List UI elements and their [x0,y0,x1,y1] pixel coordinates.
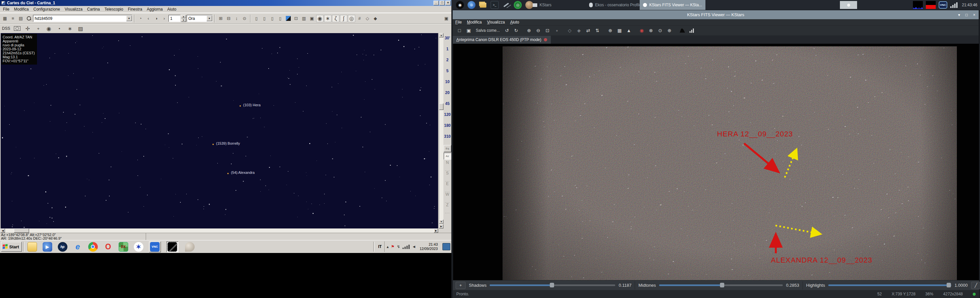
scroll-down-icon[interactable]: ▼ [439,219,444,224]
tab-close-icon[interactable] [544,38,547,42]
close-button[interactable]: × [445,1,451,5]
network-signal-icon[interactable] [402,244,410,249]
signal-bars-icon[interactable] [950,2,958,8]
fov-30m[interactable]: 30' [445,36,450,47]
fov-310[interactable]: 310 [444,134,451,145]
pager-widget[interactable] [840,1,857,9]
close-icon[interactable]: × [973,13,975,17]
kde-clock[interactable]: 21:43:46 [962,3,977,7]
show-nebulae-toggle[interactable]: ◎ [348,15,355,22]
dropdown-arrow-icon[interactable]: ▼ [126,16,132,21]
galaxy-more-icon[interactable]: ◉ [45,25,52,32]
scrollbar-thumb[interactable] [439,103,444,110]
histogram-button[interactable]: ▲ [625,27,633,34]
highlights-slider[interactable] [828,284,951,286]
menu-aggiorna[interactable]: Aggiorna [145,6,165,12]
camera-icon[interactable] [14,25,21,32]
fits-menu-visualizza[interactable]: Visualizza [484,20,508,24]
histogram-shape-icon[interactable] [678,27,687,34]
ekos-icon[interactable]: ◎ [514,1,522,9]
menu-aiuto[interactable]: Aiuto [165,6,178,12]
record-button[interactable]: ◉ [638,27,646,34]
galaxy-less-icon[interactable]: • [56,25,63,32]
show-lines-toggle[interactable]: ∫ [340,15,347,22]
taskbutton-kstars[interactable]: KStars [529,0,555,10]
file-manager-icon[interactable] [27,242,37,252]
config-icon[interactable]: ≡ [9,15,16,22]
vnc-launcher-icon[interactable]: VNC [149,241,161,252]
mouse-off-icon[interactable]: ▯ [277,15,284,22]
asteroid-dot-borrelly[interactable] [212,144,214,145]
mouse-lock-icon[interactable]: ▯ [261,15,268,22]
clock-now-icon[interactable]: ◑ [153,15,160,22]
menu-finestra[interactable]: Finestra [126,6,145,12]
flip-vertical-button[interactable]: ⇅ [593,27,602,34]
label-add-icon[interactable]: ◇ [364,15,371,22]
fits-menu-aiuto[interactable]: Aiuto [508,20,522,24]
chrome-icon[interactable] [88,242,98,252]
bg-image-icon[interactable]: ▨ [77,25,84,32]
unmark-stars-button[interactable]: ◈ [575,27,583,34]
scroll-right-icon[interactable]: ▶ [434,229,438,233]
dx-icon[interactable]: DX [119,242,128,252]
zoom-in-button[interactable]: ⊕ [525,27,533,34]
sky-chart[interactable]: Coord. Alt/AZ TAN Apparenti ruvo di pugl… [1,33,438,229]
minimize-button[interactable]: _ [433,1,439,5]
search-icon[interactable] [25,15,32,22]
fov-20[interactable]: 20 [445,90,449,101]
dir-east-button[interactable]: E [445,181,450,192]
grid-icon[interactable]: # [356,15,363,22]
spin-up-icon[interactable]: ▲ [181,15,186,18]
temperature-widget[interactable] [926,1,936,9]
security-flag-icon[interactable]: ⚑ [391,244,395,249]
volume-icon[interactable]: ◄ [412,244,416,249]
media-player-icon[interactable]: ▶ [43,242,52,252]
scroll-up-icon[interactable]: ▲ [439,33,444,37]
redo-button[interactable]: ↻ [512,27,520,34]
fits-menu-file[interactable]: File [453,20,464,24]
terminal-icon[interactable]: >_ [491,1,499,9]
zoom-frame-icon[interactable]: ⊞ [217,15,224,22]
dropdown-arrow-icon[interactable]: ▼ [207,16,212,21]
menu-visualizza[interactable]: Visualizza [62,6,85,12]
shade-icon[interactable]: ▾ [958,13,960,17]
mouse-move-icon[interactable]: ▯ [269,15,276,22]
chevron-up-icon[interactable]: ▴ [387,244,388,249]
calendar-icon[interactable]: ▦ [1,15,9,22]
chart-hscrollbar[interactable]: ◀ ▶ [1,229,438,233]
telescope-icon[interactable] [502,1,510,9]
hp-icon[interactable]: hp [58,242,67,252]
show-stars-toggle[interactable]: ∗ [324,15,331,22]
auto-stretch-button[interactable]: ╱ [971,282,980,289]
spin-down-icon[interactable]: ▼ [181,19,186,22]
menu-configurazione[interactable]: Configurazione [31,6,62,12]
menu-telescopio[interactable]: Telescopio [102,6,126,12]
menu-modifica[interactable]: Modifica [11,6,31,12]
fits-info-button[interactable]: ⊙ [656,27,665,34]
fov-120[interactable]: 120 [444,112,451,123]
zoom-actual-button[interactable]: ▫ [553,27,561,34]
time-unit-select[interactable]: Ora ▼ [187,15,212,22]
save-as-button[interactable]: Salva come... [474,28,502,33]
coord-eq-button[interactable]: Eq [444,145,451,152]
step-fwd-icon[interactable]: › [161,15,168,22]
mouse-select-icon[interactable]: ▯ [253,15,260,22]
open-file-button[interactable]: □ [455,27,464,34]
fov-1[interactable]: 1 [446,47,449,58]
stars-off-button[interactable]: ⊗ [647,27,655,34]
statistics-button[interactable] [687,27,696,34]
fits-viewport[interactable]: HERA 12__09__2023 ALEXANDRA 12__09__2023 [453,44,979,280]
vnc-tray-icon[interactable]: VNC [939,1,947,9]
step-back-icon[interactable]: ‹ [145,15,152,22]
language-indicator[interactable]: IT [375,244,385,249]
crosshair-button[interactable]: ⊕ [665,27,674,34]
dir-north-button[interactable]: N [445,160,450,171]
grid-toggle-button[interactable]: ▦ [616,27,624,34]
taskbutton-fits-viewer[interactable]: KStars FITS Viewer — KSta... [640,0,705,10]
hscrollbar-thumb[interactable] [14,229,29,233]
window-layout-icon[interactable]: ▣ [443,15,450,22]
opera-icon[interactable]: O [103,242,113,252]
sidebar-scrollbar[interactable]: ▲ ▼ ▶ [439,33,444,229]
night-vision-toggle[interactable] [285,15,292,22]
internet-explorer-icon[interactable]: e [73,242,83,252]
